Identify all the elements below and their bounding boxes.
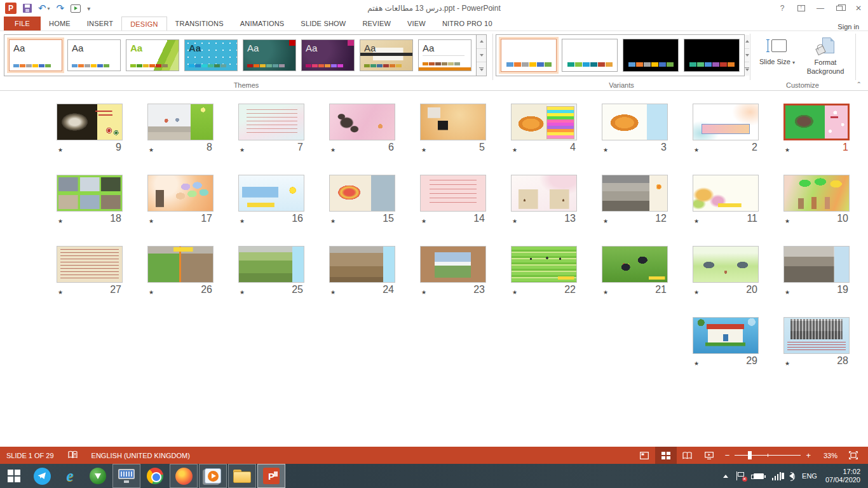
slide-thumbnail-3[interactable] [602,104,668,140]
fit-to-window-icon[interactable] [843,447,864,464]
slide-thumbnail-11[interactable] [693,175,759,212]
battery-icon[interactable] [754,473,764,479]
tab-design[interactable]: DESIGN [121,17,166,30]
themes-scroll-up-icon[interactable] [477,35,486,49]
slide-thumbnail-23[interactable] [420,246,486,283]
clock[interactable]: 17:02 07/04/2020 [825,468,860,484]
network-signal-icon[interactable] [772,472,782,480]
slide-thumbnail-9[interactable] [57,104,123,140]
theme-thumbnail-7[interactable]: Aa [360,39,413,71]
taskbar-media-player[interactable] [199,464,227,488]
zoom-in-icon[interactable]: + [806,451,811,460]
theme-thumbnail-8[interactable]: Aa [418,39,471,71]
theme-thumbnail-5[interactable]: Aa [243,39,296,71]
volume-icon[interactable] [789,473,794,479]
slide-thumbnail-1[interactable] [783,104,850,140]
taskbar-file-explorer[interactable] [228,464,256,488]
tab-animations[interactable]: ANIMATIONS [232,17,293,30]
taskbar-internet-explorer[interactable]: e [56,464,84,488]
tab-slide-show[interactable]: SLIDE SHOW [292,17,354,30]
undo-icon[interactable]: ↶▾ [38,2,50,15]
slide-thumbnail-29[interactable] [693,317,759,354]
zoom-track[interactable] [735,455,801,456]
zoom-level[interactable]: 33% [816,452,837,459]
redo-icon[interactable]: ↷ [57,2,65,15]
variant-thumbnail-2[interactable] [562,39,618,72]
customize-qat-icon[interactable]: ▾ [87,2,90,15]
slide-thumbnail-27[interactable] [57,246,123,283]
start-button[interactable] [0,464,28,488]
input-language-badge[interactable]: ENG [802,472,817,480]
taskbar-onscreen-keyboard[interactable] [112,464,140,488]
slide-thumbnail-7[interactable] [238,104,304,140]
variant-thumbnail-3[interactable] [623,39,679,72]
slide-thumbnail-25[interactable] [238,246,304,283]
close-icon[interactable]: ✕ [849,1,868,15]
restore-icon[interactable] [830,1,849,15]
taskbar-powerpoint[interactable]: P [257,464,285,488]
slide-thumbnail-17[interactable] [147,175,214,212]
ribbon-display-options-icon[interactable] [792,1,811,15]
sign-in-link[interactable]: Sign in [837,23,868,30]
variants-more-icon[interactable] [745,62,749,76]
tab-home[interactable]: HOME [41,17,79,30]
slide-thumbnail-13[interactable] [511,175,577,212]
variants-scroll-down-icon[interactable] [745,49,749,63]
themes-scroll-down-icon[interactable] [477,49,486,63]
slide-show-view-icon[interactable] [698,447,720,464]
theme-thumbnail-2[interactable]: Aa [67,39,121,71]
slide-thumbnail-5[interactable] [420,104,486,140]
format-background-button[interactable]: Format Background [801,34,850,85]
slide-thumbnail-28[interactable] [783,317,850,354]
slide-thumbnail-12[interactable] [602,175,668,212]
zoom-out-icon[interactable]: − [725,451,730,460]
slide-thumbnail-14[interactable] [420,175,486,212]
taskbar-download-manager[interactable] [84,464,112,488]
tab-transitions[interactable]: TRANSITIONS [167,17,232,30]
hidden-icons-chevron-icon[interactable] [723,475,728,478]
tab-view[interactable]: VIEW [399,17,434,30]
slide-thumbnail-8[interactable] [147,104,214,140]
start-from-beginning-icon[interactable] [71,2,81,15]
help-icon[interactable]: ? [773,1,792,15]
themes-more-icon[interactable] [477,62,486,76]
language-indicator[interactable]: ENGLISH (UNITED KINGDOM) [92,452,190,459]
slide-thumbnail-16[interactable] [238,175,304,212]
taskbar-telegram[interactable] [28,464,56,488]
collapse-ribbon-icon[interactable]: ⌃ [857,81,862,88]
slide-size-button[interactable]: Slide Size ▾ [753,34,801,85]
spell-check-icon[interactable] [68,451,78,460]
theme-thumbnail-6[interactable]: Aa [301,39,355,71]
slide-thumbnail-24[interactable] [329,246,395,283]
normal-view-icon[interactable] [634,447,655,464]
tab-insert[interactable]: INSERT [79,17,121,30]
slide-thumbnail-15[interactable] [329,175,395,212]
slide-thumbnail-6[interactable] [329,104,395,140]
tab-file[interactable]: FILE [4,17,41,30]
save-icon[interactable] [23,2,32,15]
slide-thumbnail-10[interactable] [783,175,850,212]
taskbar-firefox[interactable] [170,464,198,488]
tab-review[interactable]: REVIEW [354,17,399,30]
taskbar-chrome[interactable] [141,464,169,488]
minimize-icon[interactable]: — [811,1,830,15]
zoom-thumb[interactable] [748,451,752,459]
theme-thumbnail-1[interactable]: Aa [9,39,62,71]
theme-thumbnail-4[interactable]: Aa [184,39,238,71]
slide-thumbnail-26[interactable] [147,246,214,283]
slide-thumbnail-19[interactable] [783,246,850,283]
slide-thumbnail-2[interactable] [693,104,759,140]
slide-thumbnail-22[interactable] [511,246,577,283]
theme-thumbnail-3[interactable]: Aa [126,39,179,71]
slide-thumbnail-21[interactable] [602,246,668,283]
slide-thumbnail-18[interactable] [57,175,123,212]
tab-nitro-pro-10[interactable]: NITRO PRO 10 [434,17,501,30]
variant-thumbnail-4[interactable] [684,39,740,72]
slide-thumbnail-20[interactable] [693,246,759,283]
variants-scroll-up-icon[interactable] [745,35,749,49]
reading-view-icon[interactable] [677,447,698,464]
slide-thumbnail-4[interactable] [511,104,577,140]
action-center-flag-icon[interactable]: ✕ [736,471,745,480]
variant-thumbnail-1[interactable] [501,39,557,72]
slide-sorter-view-icon[interactable] [655,447,677,464]
